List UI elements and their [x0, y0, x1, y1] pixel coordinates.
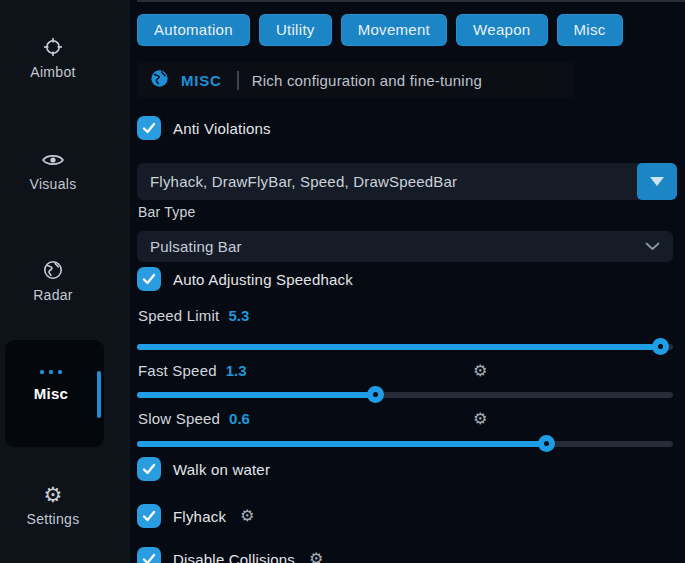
disable-collisions-gear-icon[interactable]: ⚙	[309, 551, 323, 563]
category-tabs: Automation Utility Movement Weapon Misc	[137, 14, 623, 46]
slow-speed-slider[interactable]	[137, 441, 673, 447]
speed-limit-slider[interactable]	[137, 344, 673, 350]
tab-utility[interactable]: Utility	[259, 14, 332, 46]
slow-speed-caption: Slow Speed 0.6	[138, 410, 250, 427]
section-subtitle: Rich configuration and fine-tuning	[252, 72, 482, 89]
row-disable-collisions: Disable Collisions ⚙	[137, 547, 323, 563]
sidebar-item-visuals[interactable]: Visuals	[0, 150, 106, 192]
bar-multiselect-dropdown-button[interactable]	[637, 163, 677, 200]
row-flyhack: Flyhack ⚙	[137, 504, 254, 528]
sidebar-item-label: Aimbot	[30, 64, 75, 80]
sidebar-item-label: Misc	[34, 385, 69, 402]
bar-multiselect[interactable]: Flyhack, DrawFlyBar, Speed, DrawSpeedBar	[137, 163, 677, 200]
speed-limit-label: Speed Limit	[138, 307, 219, 324]
sidebar-item-radar[interactable]: Radar	[0, 259, 106, 303]
tab-misc[interactable]: Misc	[557, 14, 623, 46]
sidebar: Aimbot Visuals Radar Misc	[0, 0, 130, 563]
flyhack-checkbox[interactable]	[137, 504, 161, 528]
slider-fill	[137, 392, 375, 398]
section-header: MISC Rich configuration and fine-tuning	[137, 62, 574, 98]
flyhack-label: Flyhack	[173, 508, 226, 525]
chevron-down-icon	[645, 242, 660, 251]
active-indicator-bar	[97, 371, 101, 418]
anti-violations-checkbox[interactable]	[137, 116, 161, 140]
sidebar-item-aimbot[interactable]: Aimbot	[0, 36, 106, 80]
sidebar-item-settings[interactable]: ⚙ Settings	[0, 484, 106, 527]
bar-type-select[interactable]: Pulsating Bar	[137, 231, 673, 262]
slider-fill	[137, 344, 660, 350]
row-auto-adjusting-speedhack: Auto Adjusting Speedhack	[137, 267, 353, 291]
sidebar-item-label: Radar	[33, 287, 73, 303]
separator	[237, 71, 239, 90]
eye-icon	[41, 150, 65, 170]
speed-limit-value: 5.3	[228, 307, 249, 324]
top-divider	[137, 0, 685, 2]
slow-speed-label: Slow Speed	[138, 410, 220, 427]
fast-speed-slider[interactable]	[137, 392, 673, 398]
ellipsis-icon	[40, 370, 62, 374]
sidebar-item-misc-content: Misc	[5, 370, 97, 402]
tab-movement[interactable]: Movement	[341, 14, 447, 46]
auto-adjusting-speedhack-checkbox[interactable]	[137, 267, 161, 291]
sidebar-item-misc-selected[interactable]: Misc	[5, 340, 104, 447]
gear-icon: ⚙	[44, 484, 63, 505]
fast-speed-label: Fast Speed	[138, 362, 217, 379]
slow-speed-value: 0.6	[229, 410, 250, 427]
section-title: MISC	[181, 72, 222, 89]
disable-collisions-checkbox[interactable]	[137, 547, 161, 563]
slow-speed-gear-icon[interactable]: ⚙	[473, 411, 487, 427]
fast-speed-caption: Fast Speed 1.3	[138, 362, 247, 379]
auto-adjusting-speedhack-label: Auto Adjusting Speedhack	[173, 271, 353, 288]
flyhack-gear-icon[interactable]: ⚙	[240, 508, 254, 524]
crosshair-icon	[42, 36, 64, 58]
fast-speed-value: 1.3	[226, 362, 247, 379]
anti-violations-label: Anti Violations	[173, 120, 271, 137]
row-walk-on-water: Walk on water	[137, 457, 270, 481]
fast-speed-gear-icon[interactable]: ⚙	[473, 363, 487, 379]
bar-multiselect-value: Flyhack, DrawFlyBar, Speed, DrawSpeedBar	[137, 163, 637, 200]
speed-limit-caption: Speed Limit 5.3	[138, 307, 249, 324]
slider-thumb[interactable]	[367, 386, 384, 403]
sidebar-item-label: Settings	[27, 511, 80, 527]
tab-weapon[interactable]: Weapon	[456, 14, 547, 46]
sidebar-item-label: Visuals	[30, 176, 77, 192]
walk-on-water-label: Walk on water	[173, 461, 270, 478]
walk-on-water-checkbox[interactable]	[137, 457, 161, 481]
disable-collisions-label: Disable Collisions	[173, 551, 295, 563]
tab-automation[interactable]: Automation	[137, 14, 250, 46]
slider-thumb[interactable]	[538, 435, 555, 452]
slider-fill	[137, 441, 546, 447]
cheat-menu-window: Aimbot Visuals Radar Misc	[0, 0, 685, 563]
bar-type-label: Bar Type	[138, 204, 195, 220]
slider-thumb[interactable]	[652, 338, 669, 355]
globe-icon	[150, 69, 169, 92]
main-panel: Automation Utility Movement Weapon Misc …	[137, 0, 685, 563]
row-anti-violations: Anti Violations	[137, 116, 271, 140]
bar-type-value: Pulsating Bar	[137, 238, 645, 255]
globe-icon	[42, 259, 64, 281]
triangle-down-icon	[650, 177, 664, 186]
